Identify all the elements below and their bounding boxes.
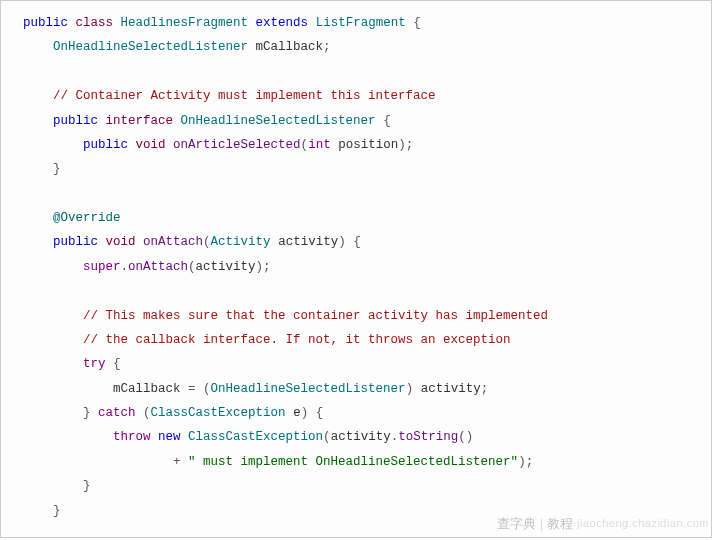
type-listfragment: ListFragment: [316, 16, 406, 30]
string-literal: " must implement OnHeadlineSelectedListe…: [188, 455, 518, 469]
var-activity: activity: [196, 260, 256, 274]
keyword-void: void: [136, 138, 166, 152]
keyword-public: public: [53, 235, 98, 249]
var-activity: activity: [421, 382, 481, 396]
code-block: public class HeadlinesFragment extends L…: [0, 0, 712, 538]
var-activity: activity: [331, 430, 391, 444]
keyword-void: void: [106, 235, 136, 249]
var-position: position: [338, 138, 398, 152]
keyword-interface: interface: [106, 114, 174, 128]
type-onheadlineselectedlistener: OnHeadlineSelectedListener: [211, 382, 406, 396]
keyword-super: super: [83, 260, 121, 274]
var-e: e: [293, 406, 301, 420]
type-onheadlineselectedlistener: OnHeadlineSelectedListener: [53, 40, 248, 54]
var-activity: activity: [278, 235, 338, 249]
comment-line: // the callback interface. If not, it th…: [83, 333, 511, 347]
type-headlinesfragment: HeadlinesFragment: [121, 16, 249, 30]
annotation-override: @Override: [53, 211, 121, 225]
keyword-public: public: [23, 16, 68, 30]
type-onheadlineselectedlistener: OnHeadlineSelectedListener: [181, 114, 376, 128]
type-activity: Activity: [211, 235, 271, 249]
comment-line: // Container Activity must implement thi…: [53, 89, 436, 103]
keyword-throw: throw: [113, 430, 151, 444]
var-mcallback: mCallback: [113, 382, 181, 396]
keyword-try: try: [83, 357, 106, 371]
method-onarticleselected: onArticleSelected: [173, 138, 301, 152]
keyword-class: class: [76, 16, 114, 30]
keyword-public: public: [83, 138, 128, 152]
var-mcallback: mCallback: [256, 40, 324, 54]
keyword-public: public: [53, 114, 98, 128]
keyword-new: new: [158, 430, 181, 444]
keyword-catch: catch: [98, 406, 136, 420]
type-classcastexception: ClassCastException: [151, 406, 286, 420]
method-onattach: onAttach: [143, 235, 203, 249]
keyword-extends: extends: [256, 16, 309, 30]
method-tostring: toString: [398, 430, 458, 444]
method-onattach: onAttach: [128, 260, 188, 274]
comment-line: // This makes sure that the container ac…: [83, 309, 548, 323]
type-classcastexception: ClassCastException: [188, 430, 323, 444]
keyword-int: int: [308, 138, 331, 152]
